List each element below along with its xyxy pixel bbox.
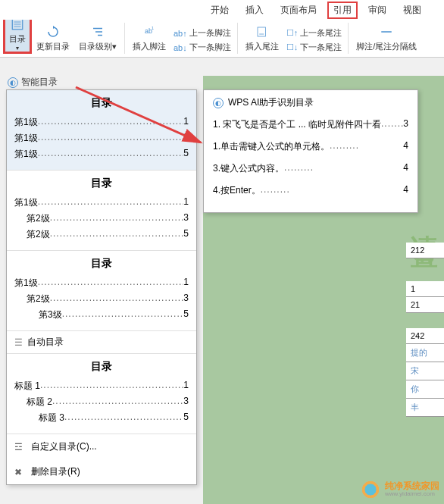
toc-button[interactable]: 目录▾ (3, 13, 32, 54)
undo-icon[interactable]: ↶ (145, 1, 161, 18)
toc-template-3[interactable]: 目录 第1级..................................… (7, 251, 196, 331)
preview-icon[interactable]: 🔍 (117, 1, 138, 18)
doc-watermark-text: 请 置 (405, 212, 442, 220)
prev-footnote-icon: ab↑ (174, 29, 187, 38)
ai-toc-entry[interactable]: 4.按Enter。 ......... 4 (213, 184, 408, 197)
svg-text:1: 1 (152, 26, 154, 30)
toc-entry: 第1级.....................................… (14, 277, 189, 290)
toc-template-auto[interactable]: 目录 标题 1.................................… (7, 354, 196, 434)
ai-panel-title: ◐ WPS AI助手识别目录 (213, 96, 408, 109)
svg-rect-9 (258, 27, 266, 36)
toc-entry: 第2级.....................................… (14, 212, 189, 225)
toc-entry: 第1级.....................................… (14, 148, 189, 161)
site-watermark: 纯净系统家园 www.yidaimei.com (361, 480, 439, 499)
toc-entry: 第3级.....................................… (14, 308, 189, 321)
level-icon (89, 23, 107, 41)
custom-toc-button[interactable]: ☲ 自定义目录(C)... (7, 434, 196, 459)
ribbon: 目录▾ 更新目录 目录级别▾ ab1 插入脚注 ab↑ 上一条脚注 (0, 20, 444, 58)
watermark-logo-icon (361, 480, 380, 499)
prev-endnote-button[interactable]: ☐↑ 上一条尾注 (283, 27, 346, 39)
toc-level-button[interactable]: 目录级别▾ (74, 21, 121, 54)
divider (141, 4, 142, 16)
toc-template-2[interactable]: 目录 第1级..................................… (7, 171, 196, 251)
toc-dropdown-panel: 目录 第1级..................................… (6, 89, 197, 485)
toc-entry: 第2级.....................................… (14, 228, 189, 241)
toc-icon (8, 15, 27, 33)
prev-endnote-icon: ☐↑ (286, 28, 299, 38)
toc-entry: 标题 2....................................… (14, 396, 189, 409)
table-cell: 丰 (406, 399, 444, 417)
ai-toc-entry[interactable]: 1.单击需键入公式的单元格。 ......... 4 (213, 140, 408, 153)
footnote-icon: ab1 (140, 23, 158, 41)
auto-toc-icon: ☰ (14, 337, 23, 348)
table-cell: 1 (406, 281, 444, 297)
toc-template-1[interactable]: 目录 第1级..................................… (7, 90, 196, 171)
table-cell: 提的 (406, 344, 444, 362)
watermark-en: www.yidaimei.com (385, 491, 439, 498)
toc-heading: 目录 (14, 177, 189, 190)
table-cell: 你 (406, 380, 444, 399)
next-endnote-icon: ☐↓ (286, 42, 299, 52)
update-toc-button[interactable]: 更新目录 (32, 21, 74, 54)
smart-toc-label: ◐ 智能目录 (8, 76, 58, 89)
toc-heading: 目录 (14, 96, 189, 110)
insert-footnote-label: 插入脚注 (133, 41, 166, 52)
print-icon[interactable]: 🖶 (97, 2, 115, 18)
tab-layout[interactable]: 页面布局 (274, 2, 323, 19)
ai-toc-panel: ◐ WPS AI助手识别目录 1. 宋飞飞是否是个工 ... 临时见附件四十看 … (203, 89, 418, 213)
toc-entry: 标题 3....................................… (14, 412, 189, 424)
delete-icon: ✖ (14, 467, 25, 477)
ai-icon: ◐ (8, 77, 18, 88)
toc-level-label: 目录级别▾ (79, 41, 117, 52)
delete-toc-button[interactable]: ✖ 删除目录(R) (7, 459, 196, 484)
tab-insert[interactable]: 插入 (239, 2, 270, 19)
table-cell: 212 (406, 243, 444, 258)
toc-entry: 第1级.....................................… (14, 132, 189, 145)
prev-footnote-button[interactable]: ab↑ 上一条脚注 (170, 27, 234, 39)
separator-icon (377, 23, 396, 41)
tab-start[interactable]: 开始 (205, 2, 235, 19)
table-cell: 21 (406, 297, 444, 313)
toc-entry: 第1级.....................................… (14, 116, 189, 129)
toc-entry: 标题 1....................................… (14, 380, 189, 393)
tab-view[interactable]: 视图 (397, 2, 427, 19)
toc-label: 目录 (9, 33, 26, 45)
tab-review[interactable]: 审阅 (362, 2, 392, 19)
tab-references[interactable]: 引用 (327, 2, 358, 19)
custom-icon: ☲ (14, 442, 25, 452)
next-endnote-button[interactable]: ☐↓ 下一条尾注 (283, 41, 346, 54)
separator-button[interactable]: 脚注/尾注分隔线 (352, 21, 421, 54)
insert-footnote-button[interactable]: ab1 插入脚注 (128, 21, 170, 54)
toc-entry: 第1级.....................................… (14, 196, 189, 209)
insert-endnote-label: 插入尾注 (245, 41, 279, 52)
redo-icon[interactable]: ↷ (162, 1, 178, 18)
ai-toc-entry[interactable]: 3.键入公式内容。 ......... 4 (213, 162, 408, 175)
ai-icon: ◐ (213, 98, 224, 108)
toc-heading: 目录 (14, 360, 189, 374)
auto-toc-header: ☰ 自动目录 (7, 331, 196, 354)
save-icon[interactable]: 🖫 (58, 2, 76, 18)
toc-entry: 第2级.....................................… (14, 293, 189, 305)
next-footnote-icon: ab↓ (174, 43, 187, 52)
table-cell: 242 (406, 328, 444, 344)
update-toc-label: 更新目录 (36, 41, 70, 52)
divider (54, 4, 55, 16)
toc-heading: 目录 (14, 257, 189, 271)
table-cell: 宋 (406, 362, 444, 380)
refresh-icon (44, 23, 62, 41)
next-footnote-button[interactable]: ab↓ 下一条脚注 (170, 41, 234, 54)
print-preview-icon[interactable]: 🗋 (77, 2, 95, 18)
ai-toc-entry[interactable]: 1. 宋飞飞是否是个工 ... 临时见附件四十看 ......... 3 (213, 118, 408, 131)
endnote-icon (253, 23, 271, 41)
insert-endnote-button[interactable]: 插入尾注 (241, 21, 283, 54)
separator-label: 脚注/尾注分隔线 (356, 41, 417, 52)
